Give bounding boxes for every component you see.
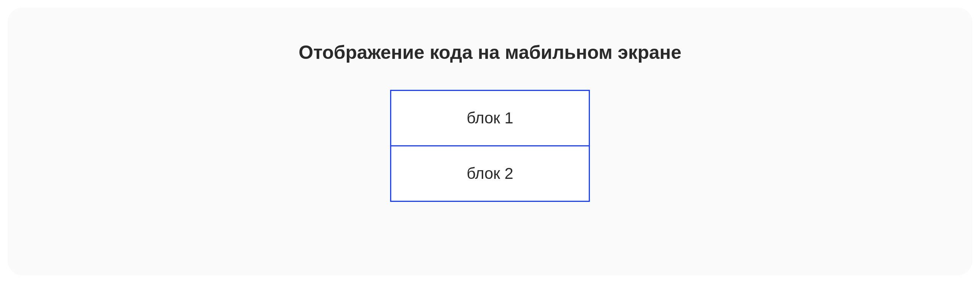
block-2: блок 2 (390, 145, 590, 202)
diagram-card: Отображение кода на мабильном экране бло… (8, 8, 972, 275)
block-label: блок 2 (467, 165, 513, 182)
block-label: блок 1 (467, 109, 513, 127)
diagram-title: Отображение кода на мабильном экране (299, 42, 681, 63)
block-1: блок 1 (390, 90, 590, 146)
blocks-container: блок 1 блок 2 (390, 90, 590, 202)
